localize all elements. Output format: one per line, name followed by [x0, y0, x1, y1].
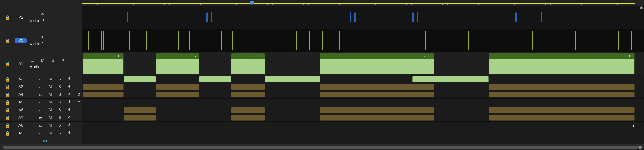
track-id-a4[interactable]: A4 — [15, 92, 26, 97]
track-header-a5[interactable]: 🔒A5▭MS2 — [0, 99, 82, 106]
clip[interactable] — [231, 115, 265, 121]
marker-icon[interactable] — [412, 12, 414, 22]
marker-icon[interactable] — [515, 12, 516, 22]
track-header-a7[interactable]: 🔒A7▭MS — [0, 114, 82, 122]
track-id-a2[interactable]: A2 — [15, 77, 26, 81]
clip[interactable] — [124, 76, 156, 82]
lock-toggle[interactable]: 🔒 — [0, 84, 15, 90]
track-id-a6[interactable]: A6 — [15, 108, 26, 112]
content-a1[interactable]: ♪fx♪fx♪fx♪fx♪fx — [82, 52, 644, 75]
solo-button[interactable]: S — [57, 123, 63, 128]
marker-icon[interactable] — [354, 12, 356, 22]
clip[interactable]: ♪fx — [231, 53, 265, 74]
track-id-a1[interactable]: A1 — [15, 61, 26, 66]
lock-toggle[interactable]: 🔒 — [0, 108, 15, 113]
track-header-v1[interactable]: 🔒 V1 ▭ 👁 Video 1 — [0, 29, 82, 52]
clip[interactable] — [83, 92, 124, 98]
solo-button[interactable]: S — [57, 85, 63, 89]
clip[interactable] — [489, 115, 634, 121]
clip[interactable] — [124, 115, 156, 121]
voice-record-icon[interactable] — [66, 108, 72, 112]
mute-button[interactable]: M — [40, 58, 46, 63]
track-id-v1[interactable]: V1 — [15, 38, 26, 43]
scrollbar-thumb[interactable] — [3, 146, 638, 149]
voice-record-icon[interactable] — [66, 131, 72, 136]
track-header-a1[interactable]: 🔒 A1 ▭ M S Audio 1 — [0, 52, 82, 75]
lock-toggle[interactable]: 🔒 — [0, 100, 15, 105]
source-patch-icon[interactable]: ▭ — [38, 116, 44, 120]
clip[interactable] — [83, 84, 124, 90]
track-id-a9[interactable]: A9 — [15, 131, 26, 136]
track-header-a9[interactable]: 🔒A9▭MS — [0, 130, 82, 137]
mute-button[interactable]: M — [48, 116, 53, 120]
clip[interactable] — [320, 107, 434, 113]
marker-icon[interactable] — [541, 12, 542, 22]
eye-icon[interactable]: 👁 — [40, 35, 46, 40]
voice-record-icon[interactable] — [66, 100, 72, 105]
content-v2[interactable] — [82, 6, 644, 29]
marker-icon[interactable] — [416, 12, 418, 22]
mute-button[interactable]: M — [48, 77, 53, 81]
clip[interactable] — [199, 76, 231, 82]
clip[interactable] — [320, 84, 434, 90]
voice-record-icon[interactable] — [66, 92, 72, 97]
lock-toggle[interactable]: 🔒 — [0, 38, 15, 43]
content-a9[interactable] — [82, 130, 644, 137]
source-patch-icon[interactable]: ▭ — [38, 85, 44, 89]
clip[interactable] — [231, 107, 265, 113]
solo-button[interactable]: S — [57, 100, 63, 105]
content-a10[interactable] — [82, 137, 644, 145]
clip[interactable] — [156, 92, 199, 98]
source-patch-icon[interactable]: ▭ — [38, 92, 44, 97]
mute-button[interactable]: M — [48, 85, 53, 89]
track-id-a5[interactable]: A5 — [15, 100, 26, 105]
horizontal-scrollbar[interactable] — [0, 145, 644, 150]
track-header-a8[interactable]: 🔒A8▭MS — [0, 122, 82, 130]
clip[interactable] — [231, 92, 265, 98]
clip[interactable]: ♪fx — [320, 53, 434, 74]
source-patch-icon[interactable]: ▭ — [38, 108, 44, 113]
clip[interactable] — [231, 84, 265, 90]
solo-button[interactable]: S — [57, 77, 63, 81]
source-patch-icon[interactable]: ▭ — [30, 12, 35, 16]
lock-toggle[interactable]: 🔒 — [0, 123, 15, 128]
track-content[interactable]: ♪fx♪fx♪fx♪fx♪fx — [82, 6, 644, 145]
content-v1[interactable] — [82, 29, 644, 52]
voice-record-icon[interactable] — [60, 58, 66, 63]
content-a5[interactable] — [82, 99, 644, 106]
voice-record-icon[interactable] — [66, 116, 72, 120]
playhead-line[interactable] — [250, 6, 250, 145]
solo-button[interactable]: S — [57, 116, 63, 120]
solo-button[interactable]: S — [57, 108, 63, 112]
marker-icon[interactable] — [211, 12, 212, 22]
track-id-a3[interactable]: A3 — [15, 85, 26, 89]
solo-button[interactable]: S — [57, 92, 63, 97]
track-header-a4[interactable]: 🔒A4▭MS2 — [0, 91, 82, 99]
content-a6[interactable] — [82, 106, 644, 114]
source-patch-icon[interactable]: ▭ — [38, 100, 44, 105]
source-patch-icon[interactable]: ▭ — [30, 58, 35, 63]
lock-toggle[interactable]: 🔒 — [0, 77, 15, 82]
clip[interactable] — [124, 107, 156, 113]
marker-icon[interactable] — [206, 12, 208, 22]
lock-toggle[interactable]: 🔒 — [0, 15, 15, 20]
content-a8[interactable] — [82, 122, 644, 130]
track-header-a2[interactable]: 🔒A2▭MS — [0, 75, 82, 83]
voice-record-icon[interactable] — [66, 85, 72, 89]
source-patch-icon[interactable]: ▭ — [30, 35, 35, 40]
content-a7[interactable] — [82, 114, 644, 122]
lock-toggle[interactable]: 🔒 — [0, 131, 15, 136]
lock-toggle[interactable]: 🔒 — [0, 92, 15, 97]
clip[interactable] — [320, 92, 434, 98]
content-a2[interactable] — [82, 75, 644, 83]
source-patch-icon[interactable]: ▭ — [38, 123, 44, 128]
lock-toggle[interactable]: 🔒 — [0, 115, 15, 121]
work-area-bar[interactable] — [82, 3, 636, 4]
clip[interactable] — [489, 92, 634, 98]
eye-icon[interactable]: 👁 — [40, 12, 46, 16]
voice-record-icon[interactable] — [66, 123, 72, 128]
clip[interactable]: ♪fx — [83, 53, 124, 74]
mute-button[interactable]: M — [48, 92, 53, 97]
mute-button[interactable]: M — [48, 123, 53, 128]
clip[interactable]: ♪fx — [156, 53, 199, 74]
